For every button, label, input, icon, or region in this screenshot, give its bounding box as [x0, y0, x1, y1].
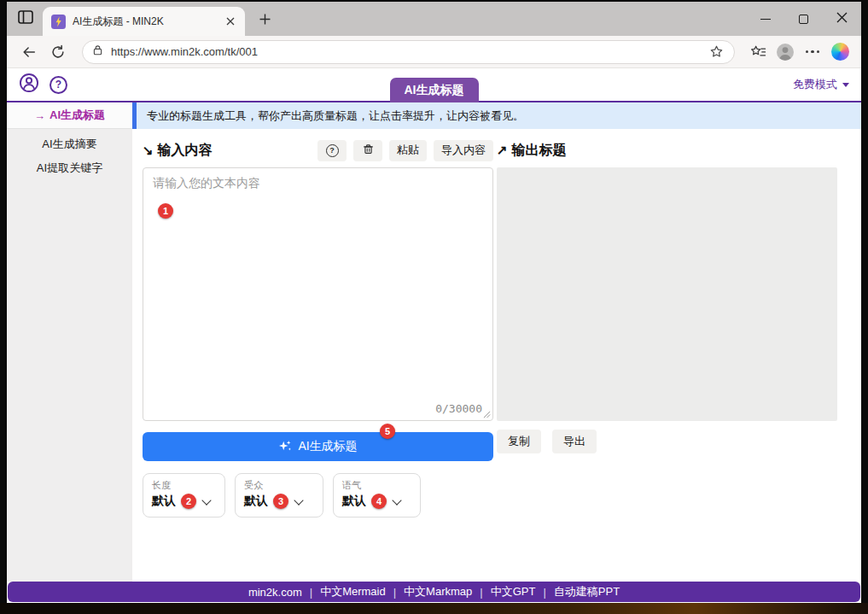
favorites-icon[interactable] — [747, 41, 769, 63]
tone-dropdown[interactable]: 语气 默认 4 — [333, 473, 421, 518]
footer-separator: | — [480, 586, 482, 599]
tab-list-icon — [17, 9, 34, 29]
sidebar: → AI生成标题 AI生成摘要 AI提取关键字 — [7, 102, 132, 582]
import-content-button[interactable]: 导入内容 — [434, 140, 493, 161]
length-dropdown[interactable]: 长度 默认 2 — [143, 473, 225, 518]
mode-label: 免费模式 — [793, 77, 837, 92]
account-icon[interactable] — [19, 73, 39, 96]
new-tab-button[interactable] — [253, 8, 276, 30]
step-badge-3: 3 — [273, 494, 288, 509]
site-favicon-icon — [51, 15, 66, 29]
step-badge-2: 2 — [181, 494, 196, 509]
step-badge-1: 1 — [158, 203, 173, 219]
sidebar-item-generate-title[interactable]: → AI生成标题 — [7, 102, 132, 129]
sidebar-item-extract-keywords[interactable]: AI提取关键字 — [7, 156, 132, 180]
audience-dropdown[interactable]: 受众 默认 3 — [235, 473, 323, 518]
generate-title-button[interactable]: AI生成标题 5 — [143, 432, 493, 461]
length-label: 长度 — [152, 479, 218, 492]
maximize-icon — [799, 15, 808, 24]
sparkle-icon — [278, 439, 292, 455]
sidebar-item-label: AI提取关键字 — [37, 161, 102, 176]
tab-close-icon[interactable] — [223, 14, 238, 29]
step-badge-4: 4 — [371, 494, 387, 509]
bookmark-star-icon[interactable] — [705, 41, 727, 63]
window-maximize-button[interactable] — [784, 2, 823, 36]
output-section: ↗ 输出标题 复制 导出 — [497, 139, 849, 453]
clear-button[interactable] — [353, 140, 382, 161]
page-header: ? AI生成标题 免费模式 — [7, 68, 861, 102]
option-dropdowns: 长度 默认 2 受众 默认 — [143, 473, 493, 518]
main-content: 专业的标题生成工具，帮你产出高质量标题，让点击率提升，让内容被看见。 ↘ 输入内… — [132, 102, 861, 582]
tone-value: 默认 — [342, 494, 366, 509]
copy-button[interactable]: 复制 — [497, 430, 541, 453]
notice-banner: 专业的标题生成工具，帮你产出高质量标题，让点击率提升，让内容被看见。 — [132, 102, 861, 129]
copilot-icon[interactable] — [829, 41, 851, 63]
output-panel — [497, 167, 837, 421]
lock-icon — [91, 44, 104, 60]
chevron-down-icon — [294, 495, 303, 505]
browser-tab[interactable]: AI生成标题 - MIN2K — [43, 7, 245, 36]
settings-more-icon[interactable] — [801, 41, 824, 63]
mode-dropdown[interactable]: 免费模式 — [793, 77, 849, 92]
trash-icon — [362, 143, 375, 158]
back-button[interactable] — [17, 40, 41, 64]
page: ? AI生成标题 免费模式 → AI生成标题 AI生成摘要 AI提取关键字 — [7, 68, 861, 604]
audience-value: 默认 — [244, 494, 268, 509]
footer-link-min2k[interactable]: min2k.com — [248, 586, 302, 599]
generate-button-label: AI生成标题 — [298, 439, 357, 454]
input-help-button[interactable]: ? — [317, 140, 347, 161]
address-bar[interactable]: https://www.min2k.com/tk/001 — [82, 40, 735, 64]
sidebar-item-label: AI生成标题 — [50, 108, 105, 123]
chevron-down-icon — [201, 495, 211, 505]
ellipsis-icon — [806, 50, 819, 53]
audience-label: 受众 — [244, 479, 316, 492]
browser-toolbar: https://www.min2k.com/tk/001 — [7, 36, 861, 68]
length-value: 默认 — [152, 494, 176, 509]
tone-label: 语气 — [342, 479, 413, 492]
minimize-icon — [760, 19, 771, 20]
footer-bar: min2k.com | 中文Mermaid | 中文Markmap | 中文GP… — [8, 582, 860, 602]
footer-separator: | — [543, 586, 545, 599]
chevron-down-icon — [842, 83, 849, 87]
chevron-down-icon — [392, 495, 401, 505]
footer-link-ppt[interactable]: 自动建稿PPT — [554, 584, 620, 599]
resize-handle-icon[interactable] — [483, 406, 491, 422]
page-title-badge: AI生成标题 — [390, 78, 479, 102]
tab-title: AI生成标题 - MIN2K — [73, 15, 216, 29]
profile-avatar-icon[interactable] — [774, 41, 796, 63]
question-icon: ? — [326, 144, 339, 157]
desktop-background — [0, 603, 868, 614]
content-input[interactable] — [143, 167, 493, 421]
paste-button[interactable]: 粘贴 — [389, 140, 427, 161]
browser-tab-bar: AI生成标题 - MIN2K — [7, 2, 861, 36]
export-button[interactable]: 导出 — [552, 430, 597, 453]
sidebar-item-generate-summary[interactable]: AI生成摘要 — [7, 132, 132, 156]
arrow-up-right-icon: ↗ — [497, 143, 508, 158]
close-icon — [836, 11, 848, 26]
footer-link-gpt[interactable]: 中文GPT — [491, 584, 536, 599]
input-section-title: ↘ 输入内容 — [143, 142, 213, 160]
footer-separator: | — [310, 586, 312, 599]
address-url[interactable]: https://www.min2k.com/tk/001 — [111, 45, 698, 58]
footer-separator: | — [393, 586, 396, 599]
window-controls — [746, 2, 861, 36]
sidebar-item-label: AI生成摘要 — [42, 137, 96, 152]
tab-actions-button[interactable] — [14, 7, 38, 31]
window-close-button[interactable] — [823, 2, 861, 36]
help-icon[interactable]: ? — [50, 76, 67, 94]
output-section-title: ↗ 输出标题 — [497, 142, 567, 160]
step-badge-5: 5 — [380, 424, 395, 439]
footer-link-mermaid[interactable]: 中文Mermaid — [320, 584, 386, 599]
arrow-down-right-icon: ↘ — [143, 143, 154, 158]
window-minimize-button[interactable] — [746, 2, 784, 36]
notice-text: 专业的标题生成工具，帮你产出高质量标题，让点击率提升，让内容被看见。 — [147, 108, 524, 124]
input-section: ↘ 输入内容 ? — [143, 139, 493, 518]
active-arrow-icon: → — [34, 109, 45, 122]
browser-window: AI生成标题 - MIN2K — [7, 2, 861, 604]
refresh-button[interactable] — [46, 40, 70, 64]
footer-link-markmap[interactable]: 中文Markmap — [404, 584, 472, 599]
